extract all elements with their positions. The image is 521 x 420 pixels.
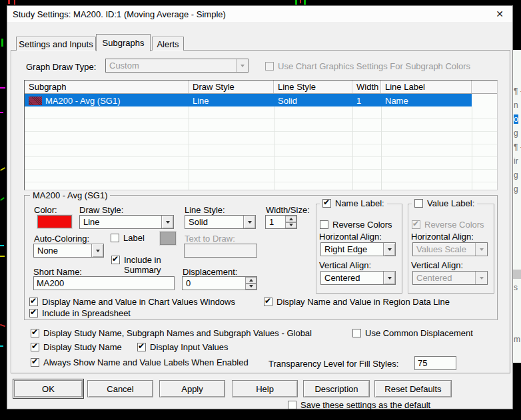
reset-defaults-button[interactable]: Reset Defaults <box>374 380 452 397</box>
use-common-displacement-checkbox[interactable] <box>352 329 361 337</box>
subgraph-group-title: MA200 - Avg (SG1) <box>30 190 110 200</box>
chart-fragment <box>0 345 3 347</box>
chart-fragment <box>0 256 5 257</box>
name-label-checkbox[interactable] <box>322 199 331 208</box>
short-name-input[interactable] <box>33 276 175 290</box>
width-size-stepper[interactable]: 1 <box>265 215 297 229</box>
display-study-name-checkbox[interactable] <box>31 343 39 351</box>
display-region-data-label: Display Name and Value in Region Data Li… <box>276 297 450 307</box>
display-study-name-row: Display Study Name <box>31 342 122 352</box>
name-horizontal-align-label: Horizontal Align: <box>319 232 382 242</box>
chart-fragment <box>0 245 4 246</box>
graph-draw-type-select[interactable]: Custom <box>105 59 249 73</box>
display-chart-values-checkbox[interactable] <box>29 298 38 306</box>
value-reverse-colors-checkbox[interactable] <box>412 220 420 229</box>
column-header-subgraph: Subgraph <box>25 81 189 93</box>
name-vertical-align-value: Centered <box>324 273 360 283</box>
value-label-checkbox[interactable] <box>414 199 423 208</box>
display-input-values-checkbox[interactable] <box>137 343 146 351</box>
tab-label: Subgraphs <box>103 38 145 48</box>
name-horizontal-align-select[interactable]: Right Edge <box>320 242 396 256</box>
table-row[interactable]: MA200 - Avg (SG1) Line Solid 1 Name <box>25 94 497 106</box>
column-header-draw-style: Draw Style <box>189 81 274 93</box>
chevron-down-icon <box>475 272 487 284</box>
subgraph-row-width: 1 <box>352 94 381 106</box>
line-style-select[interactable]: Solid <box>185 215 256 229</box>
include-spreadsheet-label: Include in Spreadsheet <box>42 308 131 318</box>
transparency-input[interactable] <box>414 356 456 370</box>
chart-fragment <box>0 112 3 113</box>
study-settings-dialog: Study Settings: MA200. ID:1 (Moving Aver… <box>7 5 513 409</box>
tab-subgraphs[interactable]: Subgraphs <box>96 34 151 51</box>
value-vertical-align-value: Centered <box>416 273 452 283</box>
graph-draw-type-label: Graph Draw Type: <box>26 62 96 72</box>
help-button[interactable]: Help <box>232 380 298 397</box>
label-color-swatch[interactable] <box>160 232 176 245</box>
spin-up-icon[interactable] <box>245 277 257 284</box>
value-vertical-align-select[interactable]: Centered <box>412 271 488 285</box>
spin-up-icon[interactable] <box>285 216 296 222</box>
table-header: Subgraph Draw Style Line Style Width Lin… <box>25 81 497 94</box>
use-chart-graphics-checkbox[interactable] <box>265 62 274 71</box>
chevron-down-icon[interactable] <box>243 216 255 228</box>
chevron-down-icon[interactable] <box>383 243 395 256</box>
chevron-down-icon[interactable] <box>161 216 173 228</box>
chart-fragment <box>300 0 301 3</box>
ok-button[interactable]: OK <box>14 380 83 397</box>
background-window-sliver: ¶ - n o g ¶ - ir g g s m <box>512 50 521 363</box>
value-label-legend: Value Label: <box>412 198 477 208</box>
close-icon[interactable]: ✕ <box>494 8 506 20</box>
always-show-row: Always Show Name and Value Labels When E… <box>31 357 249 367</box>
chart-fragment <box>0 87 5 89</box>
column-header-line-style: Line Style <box>274 81 352 93</box>
display-study-name-label: Display Study Name <box>43 342 122 352</box>
chart-fragment <box>8 0 10 4</box>
display-region-data-checkbox[interactable] <box>264 298 272 306</box>
use-chart-graphics-checkbox-row: Use Chart Graphics Settings For Subgraph… <box>265 61 470 71</box>
name-vertical-align-select[interactable]: Centered <box>320 271 396 285</box>
always-show-labels-checkbox[interactable] <box>31 358 39 367</box>
chart-fragment <box>14 0 15 5</box>
title-bar: Study Settings: MA200. ID:1 (Moving Aver… <box>7 6 512 22</box>
draw-style-select[interactable]: Line <box>79 215 174 229</box>
display-global-checkbox[interactable] <box>31 329 39 337</box>
include-summary-row: Include in Summary <box>111 255 178 275</box>
name-horizontal-align-value: Right Edge <box>324 244 367 254</box>
tab-alerts[interactable]: Alerts <box>152 37 184 51</box>
value-vertical-align-label: Vertical Align: <box>411 260 463 270</box>
description-button[interactable]: Description <box>303 380 370 397</box>
global-display-row: Display Study Name, Subgraph Names and S… <box>31 328 312 338</box>
apply-button[interactable]: Apply <box>159 380 225 397</box>
name-reverse-colors-checkbox[interactable] <box>320 220 328 229</box>
displacement-value: 0 <box>186 278 191 288</box>
line-style-value: Solid <box>189 217 208 227</box>
text-to-draw-input[interactable] <box>184 244 257 258</box>
spin-down-icon[interactable] <box>245 284 257 290</box>
column-header-empty <box>472 81 497 93</box>
chevron-down-icon[interactable] <box>91 244 103 257</box>
width-size-value: 1 <box>269 217 274 227</box>
chevron-down-icon[interactable] <box>383 272 395 284</box>
label-checkbox[interactable] <box>111 234 119 242</box>
draw-style-value: Line <box>83 217 100 227</box>
auto-coloring-select[interactable]: None <box>33 244 104 258</box>
apply-button-label: Apply <box>181 384 203 394</box>
displacement-stepper[interactable]: 0 <box>182 276 257 290</box>
cancel-button[interactable]: Cancel <box>87 380 153 397</box>
color-swatch-button[interactable] <box>37 215 72 228</box>
draw-style-label: Draw Style: <box>79 205 123 215</box>
chart-fragment <box>0 197 5 201</box>
chevron-down-icon <box>236 59 248 72</box>
spin-down-icon[interactable] <box>285 222 296 229</box>
include-in-summary-checkbox[interactable] <box>111 256 120 264</box>
value-horizontal-align-select[interactable]: Values Scale <box>412 242 488 256</box>
subgraph-row-line-label: Name <box>381 94 472 106</box>
save-default-row: Save these settings as the default <box>288 400 430 410</box>
auto-coloring-label: Auto-Coloring: <box>34 234 89 244</box>
name-vertical-align-label: Vertical Align: <box>319 260 371 270</box>
color-label: Color: <box>34 205 57 215</box>
subgraph-row-color-swatch <box>29 97 42 105</box>
include-spreadsheet-checkbox[interactable] <box>29 309 38 317</box>
tab-settings-and-inputs[interactable]: Settings and Inputs <box>16 37 96 51</box>
save-default-checkbox[interactable] <box>288 401 296 409</box>
